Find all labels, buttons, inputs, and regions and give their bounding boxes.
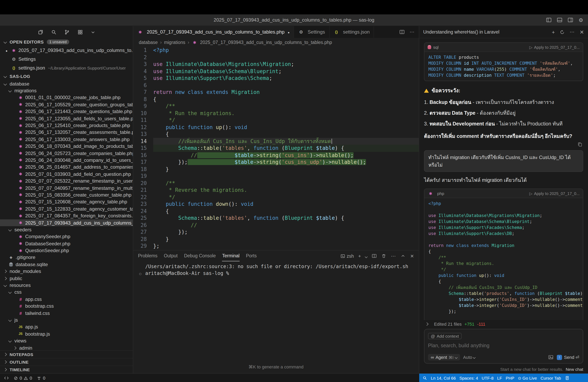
panel-more-actions-icon[interactable]: ⋯ (391, 253, 396, 259)
tree-item-file[interactable]: 0001_01_01_000002_create_jobs_table.php (0, 94, 133, 101)
open-editor-item[interactable]: Settings (0, 55, 133, 63)
toggle-primary-sidebar-icon[interactable] (546, 17, 552, 23)
send-button[interactable]: ↑ Send ⏎ (557, 355, 579, 360)
panel-tab-debug-console[interactable]: Debug Console (184, 250, 216, 261)
tree-item-file[interactable]: 2025_07_15_122833_create_agency_customer… (0, 205, 133, 212)
tree-item-folder[interactable]: views (0, 337, 133, 344)
model-selector[interactable]: Auto (463, 355, 475, 360)
extensions-icon[interactable] (77, 29, 83, 35)
split-editor-icon[interactable] (399, 29, 405, 35)
chat-more-actions-icon[interactable]: ⋯ (570, 29, 575, 35)
zoom-icon[interactable] (422, 376, 427, 381)
agent-mode-selector[interactable]: ∞ Agent ⌘I (428, 354, 460, 361)
code-editor[interactable]: 1234567891011121314151617181920212223242… (133, 47, 419, 250)
sidebar-section-outline[interactable]: OUTLINE (0, 358, 133, 366)
chat-input-placeholder[interactable]: Plan, search, build anything (428, 343, 579, 348)
panel-tab-problems[interactable]: Problems (138, 250, 157, 261)
new-chat-button[interactable]: New chat (566, 367, 583, 372)
project-root-header[interactable]: SAS-LOG (0, 72, 133, 80)
tree-item-file[interactable]: database.sqlite (0, 261, 133, 268)
panel-tab-output[interactable]: Output (164, 250, 178, 261)
more-views-chevron-icon[interactable] (90, 29, 95, 35)
status-ln-14-col-66[interactable]: Ln 14, Col 66 (431, 376, 456, 381)
tree-item-folder[interactable]: js (0, 317, 133, 324)
breadcrumb-item[interactable]: migrations (164, 40, 185, 45)
tree-item-file[interactable]: 2025_07_15_083356_create_customer_table.… (0, 191, 133, 199)
tree-item-folder[interactable]: node_modules (0, 268, 133, 275)
tree-item-folder[interactable]: css (0, 289, 133, 296)
terminal-profile-button[interactable]: zsh (340, 253, 354, 258)
tree-item-file[interactable]: QuestionSeeder.php (0, 247, 133, 254)
apply-code-button[interactable]: ▷ Apply to 2025_07_17_0... (529, 191, 580, 196)
remote-indicator[interactable] (4, 376, 9, 381)
tree-item-file[interactable]: 2025_06_17_121443_create_questions_table… (0, 108, 133, 115)
status-php[interactable]: PHP (505, 376, 514, 381)
explorer-icon[interactable] (37, 29, 43, 35)
editor-tab[interactable]: 2025_07_17_093943_add_cus_ins_udp_column… (133, 26, 294, 38)
tree-item-file[interactable]: bootstrap.css (0, 303, 133, 310)
tree-item-file[interactable]: 2025_06_18_070343_add_image_to_products_… (0, 143, 133, 150)
tree-item-file[interactable]: 2025_06_17_105529_create_question_groups… (0, 101, 133, 108)
tree-item-folder[interactable]: migrations (0, 87, 133, 94)
status-utf-8[interactable]: UTF-8 (482, 376, 494, 381)
tree-item-file[interactable]: CompanySeeder.php (0, 233, 133, 240)
open-editor-item[interactable]: 2025_07_17_093943_add_cus_ins_udp_column… (0, 46, 133, 55)
chat-history-icon[interactable] (560, 29, 565, 35)
sidebar-section-notepads[interactable]: NOTEPADS (0, 350, 133, 358)
tree-item-folder[interactable]: admin (0, 344, 133, 350)
kill-terminal-icon[interactable] (381, 253, 387, 259)
open-editor-item[interactable]: settings.json~/Library/Application Suppo… (0, 63, 133, 72)
tree-item-file[interactable]: app.js (0, 324, 133, 330)
breadcrumb-item[interactable]: database (139, 40, 158, 45)
tree-item-file[interactable]: 2025_06_24_030048_add_company_id_to_user… (0, 157, 133, 164)
command-decoration-icon[interactable]: ○ (139, 270, 141, 277)
new-terminal-icon[interactable]: + (358, 253, 361, 258)
toggle-secondary-sidebar-icon[interactable] (568, 17, 573, 23)
new-chat-icon[interactable]: + (552, 29, 555, 35)
editor-more-actions-icon[interactable]: ⋯ (410, 29, 415, 35)
tree-item-file[interactable]: 2025_06_17_133003_create_answers_table.p… (0, 136, 133, 143)
notifications-icon[interactable] (565, 376, 569, 381)
add-context-button[interactable]: @ Add context (428, 333, 462, 339)
tree-item-folder[interactable]: seeders (0, 226, 133, 233)
tree-item-folder[interactable]: public (0, 275, 133, 282)
tree-item-file[interactable]: .gitignore (0, 254, 133, 261)
terminal-dropdown-icon[interactable] (365, 253, 367, 258)
split-terminal-icon[interactable] (372, 253, 377, 259)
editor-tab[interactable]: Settings (294, 26, 329, 38)
ports-status[interactable]: 0 (37, 376, 45, 381)
tree-item-file[interactable]: 2025_06_17_125410_create_products_table.… (0, 122, 133, 129)
status-spaces-4[interactable]: Spaces: 4 (459, 376, 478, 381)
tree-item-file[interactable]: 2025_07_01_033903_add_field_on_question.… (0, 171, 133, 178)
problems-status[interactable]: 0 0 (14, 376, 32, 381)
tree-item-file[interactable]: 2025_06_24_025723_create_companies_table… (0, 150, 133, 157)
terminal-output[interactable]: /Users/aritach/.zshrc:source:3: no such … (133, 261, 419, 364)
breadcrumb-item[interactable]: 2025_07_17_093943_add_cus_ins_udp_column… (192, 40, 332, 45)
apply-code-button[interactable]: ▷ Apply to 2025_07_17_0... (529, 45, 580, 49)
tree-item-file[interactable]: bootstrap.js (0, 330, 133, 337)
attach-image-icon[interactable] (548, 354, 554, 360)
edited-files-summary[interactable]: Edited 21 files +751 -111 (424, 320, 583, 329)
tree-item-file[interactable]: 2025_07_15_120608_create_agency_table.ph… (0, 198, 133, 205)
maximize-panel-icon[interactable] (400, 253, 406, 259)
chat-tab-title[interactable]: Understanding whereHas() in Laravel (423, 30, 499, 34)
tree-item-file[interactable]: app.css (0, 296, 133, 303)
tree-item-file[interactable]: 2025_06_25_014657_add_address_to_compani… (0, 164, 133, 171)
close-panel-icon[interactable]: ✕ (410, 253, 414, 259)
sidebar-section-timeline[interactable]: TIMELINE (0, 366, 133, 373)
panel-tab-ports[interactable]: Ports (246, 250, 257, 261)
tree-item-file[interactable]: 2025_07_17_084357_fix_foreign_key_constr… (0, 212, 133, 219)
tree-item-file[interactable]: DatabaseSeeder.php (0, 240, 133, 247)
status-go-live[interactable]: ⊙Go Live (518, 376, 537, 381)
status-lf[interactable]: LF (497, 376, 502, 381)
status-cursor-tab[interactable]: Cursor Tab (541, 376, 561, 381)
tree-item-file[interactable]: 2025_07_17_093943_add_cus_ins_udp_column… (0, 219, 133, 226)
tree-item-file[interactable]: 2025_06_17_123055_add_fields_to_users_ta… (0, 115, 133, 122)
chat-input-box[interactable]: @ Add context Plan, search, build anythi… (424, 329, 583, 364)
tree-item-file[interactable]: 2025_06_17_132057_create_assessments_tab… (0, 129, 133, 136)
tree-item-file[interactable]: 2025_07_07_025322_rename_timestamp_in_us… (0, 178, 133, 185)
source-control-icon[interactable] (64, 29, 70, 35)
close-chat-icon[interactable]: ✕ (580, 29, 584, 35)
tree-item-file[interactable]: 2025_07_07_040957_rename_timestamp_in_mu… (0, 185, 133, 191)
settings-gear-icon[interactable]: ⚙ (579, 17, 583, 22)
